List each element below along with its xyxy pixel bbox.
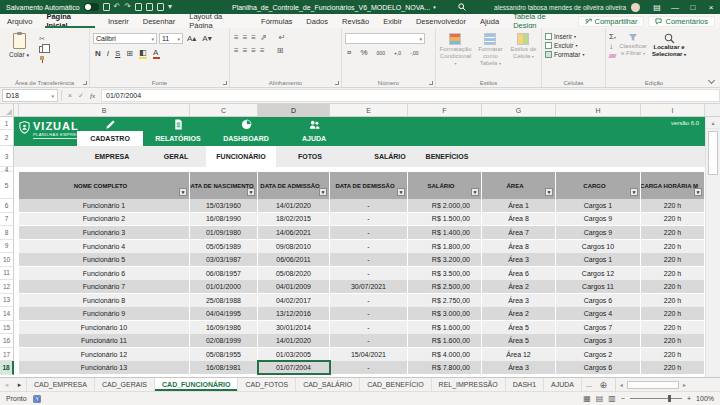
table-cell[interactable]: 05/05/1989 [190,240,258,253]
table-cell[interactable]: 04/01/2009 [258,280,330,293]
table-cell[interactable]: - [330,294,408,307]
table-cell[interactable]: Cargos 11 [556,280,641,293]
ribbon-tab-7[interactable]: Dados [299,14,335,28]
table-cell[interactable]: Cargos 1 [556,253,641,266]
align-bottom-icon[interactable]: ≡ [250,33,257,42]
restore-button[interactable]: □ [684,0,702,14]
table-cell[interactable]: Cargos 9 [556,213,641,226]
sub-tab-geral[interactable]: GERAL [150,146,202,167]
table-cell[interactable]: Funcionário 2 [19,213,190,226]
table-cell[interactable]: 05/08/1955 [190,348,258,361]
table-cell[interactable]: 30/07/2021 [330,280,408,293]
document-title[interactable]: Planilha_de_Controle_de_Funcionários_V6_… [232,4,430,11]
find-select-button[interactable]: Localizar e Selecionar ▾ [650,33,688,58]
align-right-icon[interactable]: ≡ [250,46,257,55]
table-cell[interactable]: 15/04/2021 [330,348,408,361]
vertical-scroll-thumb[interactable] [708,131,718,175]
insert-cells-button[interactable]: Inserir▾ [545,33,602,40]
row-header-16[interactable]: 16 [0,334,14,348]
row-header-15[interactable]: 15 [0,321,14,335]
table-cell[interactable]: Funcionário 1 [19,199,190,212]
filter-button[interactable]: ▾ [179,188,187,196]
format-as-table-button[interactable]: Formatar como Tabela ▾ [474,33,507,77]
underline-button[interactable]: S [113,49,122,59]
wrap-text-icon[interactable]: ↵ [278,33,287,42]
row-header-9[interactable]: 9 [0,240,14,254]
table-cell[interactable]: 220 h [641,361,705,374]
row-header-12[interactable]: 12 [0,280,14,294]
table-cell[interactable]: - [330,253,408,266]
borders-button[interactable]: ⊞ [124,49,135,59]
table-cell[interactable]: - [330,321,408,334]
number-dialog-launcher-icon[interactable] [429,81,433,85]
table-cell[interactable]: 16/08/1990 [190,213,258,226]
table-cell[interactable]: 01/03/2005 [258,348,330,361]
column-header-cell[interactable]: ÁREA▾ [482,172,556,199]
table-cell[interactable]: 220 h [641,213,705,226]
format-cells-button[interactable]: Formatar▾ [545,51,602,58]
column-header-D[interactable]: D [258,104,330,116]
row-header-18[interactable]: 18 [0,361,14,375]
sheet-tab-cad_empresa[interactable]: CAD_EMPRESA [27,378,95,391]
table-cell[interactable]: 05/08/2020 [258,267,330,280]
cell-styles-button[interactable]: Estilos de Célula ▾ [509,33,538,77]
ribbon-tab-11[interactable]: Ajuda [473,14,506,28]
table-cell[interactable]: Área 12 [482,348,556,361]
table-cell[interactable]: 220 h [641,267,705,280]
main-tab-cadastro[interactable]: CADASTRO [77,117,143,146]
clear-button[interactable] [608,54,616,58]
table-cell[interactable]: 14/01/2020 [258,199,330,212]
table-cell[interactable]: Cargos 10 [556,240,641,253]
row-header-10[interactable]: 10 [0,253,14,267]
confirm-entry-icon[interactable]: ✓ [78,92,84,100]
name-box[interactable]: D18 ▾ [2,89,58,102]
table-cell[interactable]: 25/08/1988 [190,294,258,307]
table-cell[interactable]: Área 7 [482,226,556,239]
table-cell[interactable]: - [330,226,408,239]
font-color-button[interactable]: A [151,48,162,59]
row-header-1[interactable]: 1 [0,117,14,130]
close-button[interactable]: × [702,0,720,14]
align-top-icon[interactable]: ≡ [233,33,240,42]
table-cell[interactable]: R$ 3.200,00 [408,253,482,266]
main-tab-dashboard[interactable]: DASHBOARD [213,117,279,146]
add-sheet-button[interactable]: ⊕ [596,378,611,391]
table-cell[interactable]: - [330,334,408,347]
filter-button[interactable]: ▾ [471,188,479,196]
cancel-entry-icon[interactable]: × [68,92,72,99]
avatar[interactable] [631,3,640,12]
table-cell[interactable]: 220 h [641,348,705,361]
view-normal-icon[interactable]: ▦ [583,394,591,403]
table-cell[interactable]: - [330,361,408,374]
column-header-cell[interactable]: DATA DE ADMISSÃO▾ [258,172,330,199]
table-cell[interactable]: Funcionário 9 [19,307,190,320]
table-cell[interactable]: 16/08/1981 [190,361,258,374]
collapse-ribbon-icon[interactable] [708,77,715,84]
table-cell[interactable]: R$ 1.800,00 [408,240,482,253]
table-cell[interactable]: 18/02/2015 [258,213,330,226]
format-painter-button[interactable] [39,56,46,63]
sheet-tab-cad_funcionário[interactable]: CAD_FUNCIONÁRIO [155,378,238,391]
table-cell[interactable]: Área 5 [482,321,556,334]
table-cell[interactable]: R$ 4.000,00 [408,348,482,361]
autosave-toggle[interactable] [84,3,99,11]
filter-button[interactable]: ▾ [545,188,553,196]
sheet-tabs-overflow[interactable]: ... [582,378,596,391]
table-cell[interactable]: - [330,240,408,253]
table-cell[interactable]: Área 6 [482,267,556,280]
column-header-H[interactable]: H [556,104,641,116]
row-header-11[interactable]: 11 [0,267,14,281]
filter-button[interactable]: ▾ [319,188,327,196]
filter-button[interactable]: ▾ [397,188,405,196]
italic-button[interactable]: I [105,49,111,59]
row-header-5[interactable]: 5 [0,172,14,199]
sub-tab-fotos[interactable]: FOTOS [285,146,335,167]
table-cell[interactable]: 220 h [641,294,705,307]
table-cell[interactable]: Área 1 [482,199,556,212]
merge-center-icon[interactable]: ⊞ [276,46,285,55]
sheet-tab-cad_salário[interactable]: CAD_SALÁRIO [296,378,360,391]
alignment-dialog-launcher-icon[interactable] [335,81,339,85]
table-cell[interactable]: 220 h [641,240,705,253]
ribbon-tab-9[interactable]: Exibir [376,14,409,28]
filter-button[interactable]: ▾ [630,188,638,196]
